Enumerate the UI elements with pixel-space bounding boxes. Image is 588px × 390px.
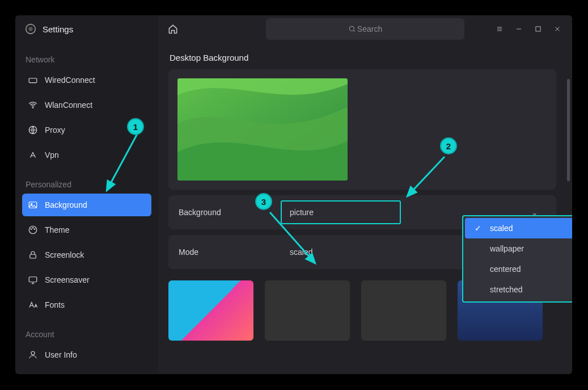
globe-icon [28, 125, 38, 135]
sidebar-item-label: Fonts [45, 300, 65, 309]
mode-label: Mode [179, 248, 282, 257]
maximize-button[interactable] [529, 20, 547, 38]
mode-option-scaled[interactable]: ✓ scaled [465, 218, 572, 238]
settings-window: Settings Network WiredConnect WlanConnec… [15, 15, 572, 374]
wallpaper-thumb[interactable] [168, 280, 253, 341]
sidebar-item-label: Vpn [45, 150, 59, 160]
sidebar-item-screenlock[interactable]: Screenlock [22, 244, 151, 266]
sidebar-item-label: User Info [45, 350, 77, 359]
mode-option-label: wallpaper [490, 244, 524, 253]
menu-button[interactable] [490, 20, 509, 38]
wallpaper-preview [177, 78, 348, 181]
sidebar-item-userinfo[interactable]: User Info [22, 343, 151, 366]
wifi-icon [28, 100, 38, 110]
user-icon [28, 350, 38, 360]
sidebar-item-label: Screensaver [45, 275, 90, 284]
content-area: Desktop Background [158, 43, 572, 374]
svg-point-13 [31, 351, 35, 355]
annotation-badge-2: 2 [440, 137, 457, 154]
sidebar-item-theme[interactable]: Theme [22, 219, 151, 241]
sidebar-item-label: Background [45, 200, 87, 209]
svg-point-3 [32, 107, 33, 108]
svg-point-9 [32, 228, 33, 229]
mode-option-centered[interactable]: centered [465, 259, 572, 279]
sidebar-item-screensaver[interactable]: Screensaver [22, 269, 151, 291]
home-button[interactable] [164, 20, 182, 38]
palette-icon [28, 225, 38, 235]
sidebar-item-label: Theme [45, 225, 70, 234]
scrollbar[interactable] [567, 79, 570, 181]
svg-rect-12 [29, 277, 37, 282]
mode-option-label: stretched [490, 285, 523, 294]
svg-rect-11 [30, 254, 36, 258]
search-icon [348, 25, 356, 33]
settings-app-icon [24, 23, 37, 35]
screensaver-icon [28, 275, 38, 285]
image-icon [28, 200, 38, 210]
mode-option-label: scaled [490, 224, 513, 233]
mode-option-label: centered [490, 265, 521, 274]
sidebar-item-wiredconnect[interactable]: WiredConnect [22, 69, 151, 91]
mode-option-wallpaper[interactable]: wallpaper [465, 238, 572, 259]
search-placeholder: Search [357, 24, 382, 33]
svg-point-1 [28, 27, 32, 31]
window-controls [490, 15, 566, 43]
sidebar-item-fonts[interactable]: Fonts [22, 293, 151, 316]
topbar: Search [158, 15, 572, 43]
sidebar-item-background[interactable]: Background [22, 194, 151, 216]
background-type-value: picture [290, 208, 314, 217]
ethernet-icon [28, 75, 38, 85]
svg-rect-15 [536, 27, 540, 31]
wallpaper-preview-panel [168, 69, 556, 190]
sidebar-group-personalized: Personalized [22, 167, 151, 192]
sidebar-item-label: Screenlock [45, 250, 84, 259]
minimize-button[interactable] [510, 20, 528, 38]
check-icon: ✓ [473, 224, 483, 233]
app-title: Settings [43, 24, 73, 34]
page-title: Desktop Background [170, 53, 555, 62]
svg-point-14 [349, 26, 354, 31]
fonts-icon [28, 300, 38, 310]
mode-dropdown-menu: ✓ scaled wallpaper centered stretched [462, 215, 572, 303]
vpn-icon [28, 150, 38, 160]
annotation-badge-3: 3 [255, 193, 272, 210]
search-input[interactable]: Search [266, 18, 464, 40]
sidebar-item-wlanconnect[interactable]: WlanConnect [22, 94, 151, 116]
annotation-badge-1: 1 [127, 118, 144, 135]
main-area: Search Desktop Background [158, 15, 572, 374]
sidebar-item-label: WiredConnect [45, 76, 95, 85]
svg-point-10 [34, 229, 35, 230]
close-button[interactable] [548, 20, 566, 38]
lock-icon [28, 250, 38, 260]
sidebar-group-account: Account [22, 317, 151, 342]
app-header: Settings [22, 15, 151, 43]
svg-point-8 [31, 229, 32, 230]
sidebar-item-vpn[interactable]: Vpn [22, 144, 151, 166]
sidebar-group-network: Network [22, 43, 151, 68]
wallpaper-thumb[interactable] [361, 280, 446, 341]
sidebar: Settings Network WiredConnect WlanConnec… [15, 15, 158, 374]
mode-option-stretched[interactable]: stretched [465, 279, 572, 300]
wallpaper-thumb[interactable] [265, 280, 350, 341]
sidebar-item-label: WlanConnect [45, 100, 92, 110]
sidebar-item-label: Proxy [45, 125, 65, 135]
svg-rect-2 [29, 78, 37, 83]
mode-value: scaled [290, 248, 312, 257]
